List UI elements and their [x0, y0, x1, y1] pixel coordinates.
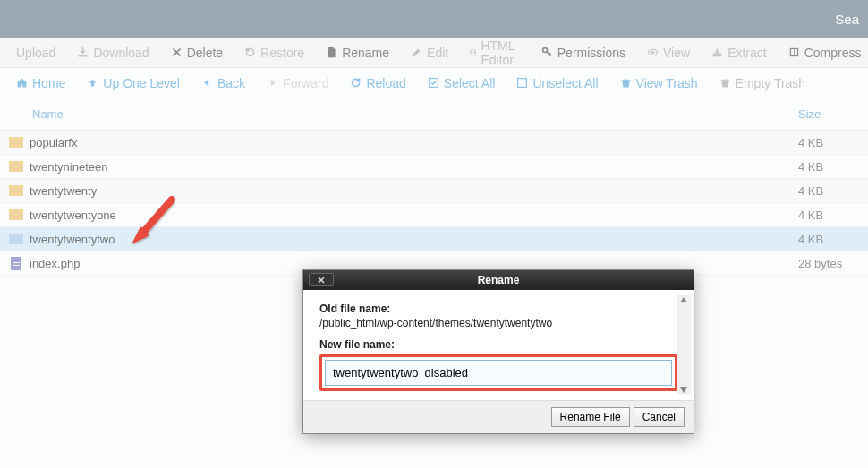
- view-button[interactable]: View: [636, 38, 701, 68]
- file-size: 4 KB: [798, 208, 861, 222]
- restore-icon: [244, 47, 256, 58]
- file-icon: [7, 257, 25, 270]
- file-size: 4 KB: [798, 184, 861, 198]
- folder-icon: [7, 161, 25, 172]
- top-header: Sea: [0, 0, 868, 38]
- svg-point-3: [651, 51, 654, 54]
- forward-button: Forward: [256, 68, 339, 98]
- x-icon: [171, 47, 183, 58]
- html-editor-button[interactable]: HTML Editor: [459, 38, 531, 68]
- back-arrow-icon: [201, 77, 213, 89]
- new-filename-label: New file name:: [319, 338, 677, 351]
- empty-trash-button[interactable]: Empty Trash: [709, 68, 817, 98]
- nav-toolbar: Home Up One Level Back Forward Reload Se…: [0, 68, 868, 98]
- file-list: popularfx 4 KB twentynineteen 4 KB twent…: [0, 131, 868, 276]
- scroll-up-icon: [680, 297, 687, 302]
- empty-square-icon: [516, 77, 528, 89]
- input-highlight: [319, 354, 677, 391]
- modal-close-button[interactable]: [309, 273, 334, 286]
- file-size: 4 KB: [798, 160, 861, 174]
- upload-button[interactable]: Upload: [5, 38, 66, 68]
- table-row[interactable]: popularfx 4 KB: [0, 131, 868, 155]
- file-icon: [326, 47, 337, 58]
- delete-button[interactable]: Delete: [160, 38, 234, 68]
- reload-button[interactable]: Reload: [339, 68, 416, 98]
- rename-button[interactable]: Rename: [315, 38, 400, 68]
- file-name: index.php: [30, 257, 798, 270]
- forward-arrow-icon: [267, 77, 278, 89]
- up-arrow-icon: [87, 77, 98, 89]
- trash-icon: [719, 77, 731, 89]
- back-button[interactable]: Back: [191, 68, 256, 98]
- file-name: twentynineteen: [30, 160, 798, 174]
- file-size: 4 KB: [798, 233, 861, 246]
- view-trash-button[interactable]: View Trash: [609, 68, 709, 98]
- edit-button[interactable]: Edit: [400, 38, 459, 68]
- file-size: 4 KB: [798, 136, 861, 149]
- column-name-header[interactable]: Name: [7, 107, 798, 121]
- home-icon: [16, 77, 28, 89]
- cancel-button[interactable]: Cancel: [634, 407, 685, 427]
- reload-icon: [350, 77, 362, 89]
- file-size: 28 bytes: [798, 257, 861, 270]
- check-square-icon: [428, 77, 439, 89]
- old-filename-label: Old file name:: [319, 302, 677, 315]
- extract-icon: [711, 47, 723, 58]
- key-icon: [541, 47, 553, 58]
- table-row[interactable]: twentynineteen 4 KB: [0, 155, 868, 179]
- modal-body: Old file name: /public_html/wp-content/t…: [303, 290, 694, 400]
- action-toolbar: Upload Download Delete Restore Rename Ed…: [0, 38, 868, 68]
- new-filename-input[interactable]: [325, 360, 672, 386]
- extract-button[interactable]: Extract: [701, 38, 778, 68]
- restore-button[interactable]: Restore: [234, 38, 315, 68]
- folder-icon: [7, 209, 25, 220]
- column-size-header[interactable]: Size: [798, 107, 861, 121]
- html-editor-icon: [470, 47, 476, 58]
- table-row[interactable]: twentytwenty 4 KB: [0, 179, 868, 203]
- table-row[interactable]: twentytwentyone 4 KB: [0, 203, 868, 227]
- file-name: popularfx: [30, 136, 798, 149]
- old-filename-path: /public_html/wp-content/themes/twentytwe…: [319, 317, 677, 329]
- folder-icon: [7, 234, 25, 244]
- unselect-all-button[interactable]: Unselect All: [506, 68, 608, 98]
- file-name: twentytwentyone: [30, 208, 798, 222]
- rename-file-button[interactable]: Rename File: [551, 407, 630, 427]
- trash-icon: [620, 77, 632, 89]
- modal-title: Rename: [478, 274, 520, 286]
- folder-icon: [7, 185, 25, 196]
- permissions-button[interactable]: Permissions: [531, 38, 636, 68]
- download-button[interactable]: Download: [66, 38, 159, 68]
- eye-icon: [647, 47, 659, 58]
- svg-rect-6: [518, 79, 527, 88]
- close-icon: [317, 276, 326, 285]
- scroll-down-icon: [680, 387, 687, 393]
- modal-titlebar[interactable]: Rename: [303, 270, 694, 290]
- file-name: twentytwenty: [30, 184, 798, 198]
- download-icon: [77, 47, 89, 58]
- home-button[interactable]: Home: [5, 68, 76, 98]
- select-all-button[interactable]: Select All: [417, 68, 506, 98]
- modal-scrollbar[interactable]: [677, 295, 691, 395]
- table-header: Name Size: [0, 98, 868, 131]
- modal-footer: Rename File Cancel: [303, 400, 694, 433]
- file-name: twentytwentytwo: [30, 233, 798, 246]
- folder-icon: [7, 137, 25, 148]
- up-level-button[interactable]: Up One Level: [76, 68, 191, 98]
- table-row[interactable]: twentytwentytwo 4 KB: [0, 227, 868, 251]
- search-text[interactable]: Sea: [835, 12, 859, 27]
- pencil-icon: [411, 47, 422, 58]
- rename-modal: Rename Old file name: /public_html/wp-co…: [302, 269, 694, 434]
- compress-button[interactable]: Compress: [778, 38, 868, 68]
- compress-icon: [788, 47, 800, 58]
